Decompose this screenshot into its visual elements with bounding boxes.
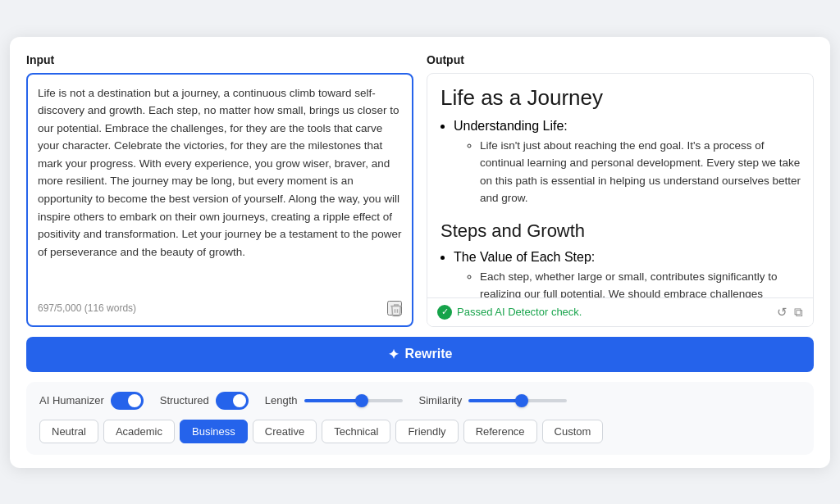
output-label: Output [427,53,814,66]
output-column: Output Life as a Journey Understanding L… [427,53,814,327]
controls-row: AI Humanizer Structured Length [39,392,801,410]
style-btn-reference[interactable]: Reference [463,420,537,443]
style-btn-academic[interactable]: Academic [103,420,175,443]
input-label: Input [26,53,413,66]
output-footer: ✓ Passed AI Detector check. ↺ ⧉ [427,297,813,326]
length-slider[interactable] [304,399,403,402]
style-btn-neutral[interactable]: Neutral [39,420,98,443]
similarity-group: Similarity [419,394,568,406]
style-btn-friendly[interactable]: Friendly [395,420,458,443]
check-circle-icon: ✓ [437,305,452,320]
clear-button[interactable] [387,301,402,316]
output-bullet-2-label: The Value of Each Step: [454,250,595,264]
input-box: 697/5,000 (116 words) [26,73,413,327]
ai-humanizer-label: AI Humanizer [39,394,104,406]
output-sub-bullet-2: Each step, whether large or small, contr… [480,268,808,297]
rewrite-button[interactable]: ✦ Rewrite [26,337,814,372]
rewrite-button-label: Rewrite [405,347,453,361]
output-bullet-1: Understanding Life: Life isn't just abou… [454,119,808,207]
structured-toggle[interactable] [216,392,249,410]
style-btn-custom[interactable]: Custom [542,420,604,443]
copy-button[interactable]: ⧉ [794,305,803,320]
refresh-button[interactable]: ↺ [777,305,788,320]
bottom-controls: AI Humanizer Structured Length [26,382,814,455]
ai-humanizer-toggle[interactable] [111,392,144,410]
style-buttons: Neutral Academic Business Creative Techn… [39,420,801,443]
ai-check-text: Passed AI Detector check. [457,306,582,318]
wand-icon: ✦ [388,347,399,362]
structured-slider [216,392,249,410]
structured-label: Structured [160,394,209,406]
similarity-slider-container [468,399,567,402]
output-heading-2: Steps and Growth [441,220,808,242]
ai-humanizer-slider [111,392,144,410]
similarity-label: Similarity [419,394,463,406]
style-btn-technical[interactable]: Technical [322,420,390,443]
output-sub-bullet-1-text: Life isn't just about reaching the end g… [480,137,808,207]
input-column: Input 697/5,000 (116 words) [26,53,413,327]
output-content: Life as a Journey Understanding Life: Li… [427,74,813,297]
length-label: Length [265,394,298,406]
input-textarea[interactable] [38,84,402,294]
output-bullet-2: The Value of Each Step: Each step, wheth… [454,250,808,297]
output-actions: ↺ ⧉ [777,305,803,320]
output-heading-1: Life as a Journey [441,85,808,111]
ai-check: ✓ Passed AI Detector check. [437,305,582,320]
ai-humanizer-group: AI Humanizer [39,392,144,410]
output-sub-bullet-1: Life isn't just about reaching the end g… [480,137,808,207]
input-footer: 697/5,000 (116 words) [38,301,402,316]
output-sub-bullet-2-text: Each step, whether large or small, contr… [480,268,808,297]
style-btn-creative[interactable]: Creative [253,420,317,443]
app-container: Input 697/5,000 (116 words) [10,37,830,468]
main-columns: Input 697/5,000 (116 words) [26,53,814,327]
length-group: Length [265,394,403,406]
output-bullet-1-label: Understanding Life: [454,119,568,133]
length-slider-container [304,399,403,402]
output-box: Life as a Journey Understanding Life: Li… [427,73,814,327]
word-count: 697/5,000 (116 words) [38,302,136,314]
similarity-slider[interactable] [468,399,567,402]
structured-group: Structured [160,392,249,410]
style-btn-business[interactable]: Business [180,420,248,443]
